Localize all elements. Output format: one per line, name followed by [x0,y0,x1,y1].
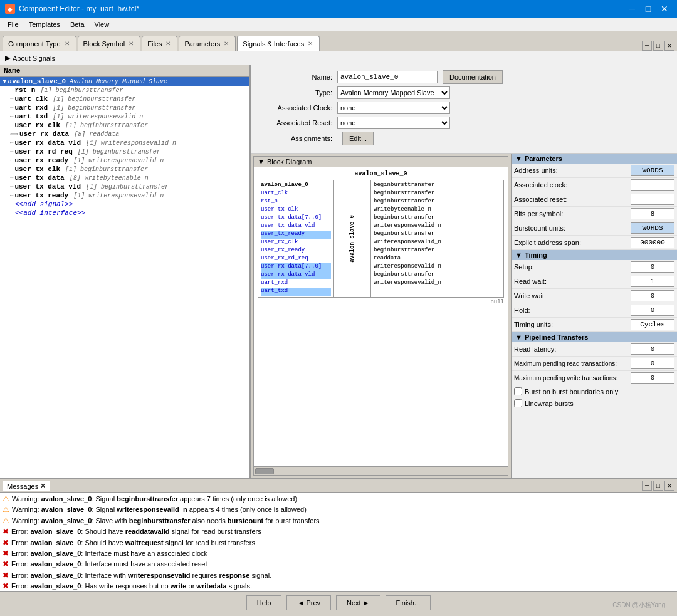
add-interface-link[interactable]: <<add interface>> [0,209,249,217]
minimize-button[interactable]: ─ [624,1,639,16]
messages-close-btn[interactable]: ✕ [664,481,674,491]
list-item[interactable]: → user rx clk [1] beginbursttransfer [0,121,249,130]
list-item[interactable]: → user tx data vld [1] beginbursttransfe… [0,182,249,191]
pipelined-collapse-icon[interactable]: ▼ [515,333,522,341]
list-item[interactable]: ← user rx data vld [1] writeresponsevali… [0,138,249,147]
signal-dir-in-icon: ← [10,140,13,146]
prop-burst-boundaries: Burst on burst boundaries only [512,385,677,397]
list-item[interactable]: → uart clk [1] beginbursttransfer [0,95,249,103]
add-signal-link[interactable]: <<add signal>> [0,200,249,209]
bd-left-label[interactable]: user_rx_rd_req [261,255,331,263]
about-toggle[interactable]: ▶ About Signals [5,54,672,62]
prev-button[interactable]: ◄ Prev [286,595,331,610]
bd-left-label[interactable]: user_rx_clk [261,239,331,247]
next-button[interactable]: Next ► [336,595,380,610]
list-item[interactable]: ← user tx ready [1] writeresponsevalid n [0,191,249,200]
prop-explicit-addr-input[interactable] [631,237,674,248]
prop-hold-input[interactable] [631,305,674,316]
bd-left-label[interactable]: user_tx_clk [261,206,331,214]
tab-parameters-close[interactable]: ✕ [223,40,230,47]
menu-file[interactable]: File [3,19,24,29]
prop-bits-per-symbol-input[interactable] [631,208,674,219]
assoc-clock-select[interactable]: none [337,102,450,114]
tab-block-symbol-close[interactable]: ✕ [127,40,135,47]
messages-tab[interactable]: Messages ✕ [3,481,50,491]
prop-read-wait-input[interactable] [631,276,674,287]
bd-left-label[interactable]: user_tx_data_vld [261,222,331,231]
bd-left-label[interactable]: user_tx_data[7..0] [261,214,331,222]
timing-collapse-icon[interactable]: ▼ [515,251,522,259]
menu-beta[interactable]: Beta [65,19,90,29]
finish-button[interactable]: Finish... [386,595,431,610]
bd-left-label[interactable]: user_rx_ready [261,247,331,255]
block-diagram-collapse-icon[interactable]: ▼ [258,158,265,165]
help-button[interactable]: Help [246,595,282,610]
tree-item-avalon-slave[interactable]: ▼ avalon_slave_0 Avalon Memory Mapped Sl… [0,77,249,86]
prop-burstcount-units-input[interactable] [631,222,674,234]
tab-minimize-btn[interactable]: ─ [642,41,652,51]
bd-left-label-highlighted[interactable]: uart_txd [261,288,331,296]
burst-boundaries-checkbox[interactable] [514,387,522,395]
prop-read-latency-input[interactable] [631,343,674,355]
messages-minimize-btn[interactable]: ─ [642,481,652,491]
bd-left-label[interactable]: uart_rxd [261,279,331,288]
tab-parameters[interactable]: Parameters ✕ [179,36,236,51]
maximize-button[interactable]: □ [641,1,656,16]
tab-block-symbol[interactable]: Block Symbol ✕ [78,36,141,51]
linewrap-bursts-checkbox[interactable] [514,399,522,407]
warning-icon: ⚠ [3,516,9,525]
assoc-reset-label: Associated Reset: [256,119,337,127]
about-label: About Signals [13,55,55,62]
tab-signals-interfaces[interactable]: Signals & Interfaces ✕ [237,36,320,51]
tree-header: Name [0,65,249,77]
tab-files[interactable]: Files ✕ [142,36,177,51]
tab-component-type[interactable]: Component Type ✕ [3,36,76,51]
message-row: ✖ Error: avalon_slave_0: Should have wai… [3,538,674,548]
list-item[interactable]: → uart rxd [1] beginbursttransfer [0,103,249,112]
bd-scrollbar[interactable] [254,466,508,475]
menu-templates[interactable]: Templates [24,19,65,29]
list-item[interactable]: ⟺ user rx data [8] readdata [0,130,249,138]
tab-files-close[interactable]: ✕ [164,40,172,47]
block-diagram-label: Block Diagram [267,158,312,165]
tab-component-type-close[interactable]: ✕ [63,40,71,47]
menu-view[interactable]: View [90,19,115,29]
bd-left-label-highlighted[interactable]: user_tx_ready [261,231,331,239]
prop-assoc-reset-input[interactable] [631,194,674,205]
bd-left-label-highlighted[interactable]: user_rx_data_vld [261,271,331,279]
parameters-collapse-icon[interactable]: ▼ [515,155,522,162]
documentation-button[interactable]: Documentation [443,70,503,84]
name-input[interactable] [337,71,438,83]
prop-read-latency: Read latency: [512,342,677,357]
bd-left-label[interactable]: uart_clk [261,190,331,198]
tab-maximize-btn[interactable]: □ [653,41,663,51]
prop-max-pending-read-input[interactable] [631,358,674,369]
list-item[interactable]: → user tx data [8] writebyteenable n [0,174,249,182]
list-item[interactable]: → rst n [1] beginbursttransfer [0,86,249,95]
tab-signals-interfaces-close[interactable]: ✕ [307,40,314,47]
message-row: ✖ Error: avalon_slave_0: Interface must … [3,559,674,570]
assoc-reset-select[interactable]: none [337,117,450,129]
list-item[interactable]: → user tx clk [1] beginbursttransfer [0,165,249,174]
bd-left-label-highlighted[interactable]: user_rx_data[7..0] [261,263,331,271]
prop-assoc-clock-input[interactable] [631,179,674,191]
type-select[interactable]: Avalon Memory Mapped Slave Avalon Stream… [337,86,450,99]
prop-write-wait-input[interactable] [631,290,674,301]
messages-tab-close[interactable]: ✕ [40,482,46,490]
edit-button[interactable]: Edit... [342,132,374,145]
prop-address-units-input[interactable] [631,165,674,176]
list-item[interactable]: ← user rx ready [1] writeresponsevalid n [0,156,249,165]
bd-right-label: writeresponsevalid_n [374,263,444,271]
error-icon: ✖ [3,527,9,536]
prop-timing-units-input[interactable] [631,319,674,330]
bd-left-label[interactable]: rst_n [261,198,331,206]
list-item[interactable]: ← uart txd [1] writeresponsevalid n [0,112,249,121]
prop-address-units: Address units: [512,164,677,178]
prop-max-pending-write-input[interactable] [631,372,674,384]
tab-close-btn[interactable]: ✕ [664,41,674,51]
close-button[interactable]: ✕ [657,1,672,16]
list-item[interactable]: → user rx rd req [1] beginbursttransfer [0,147,249,156]
messages-maximize-btn[interactable]: □ [653,481,663,491]
watermark: CSDN @小杨Yang. [612,601,672,610]
prop-setup-input[interactable] [631,261,674,273]
